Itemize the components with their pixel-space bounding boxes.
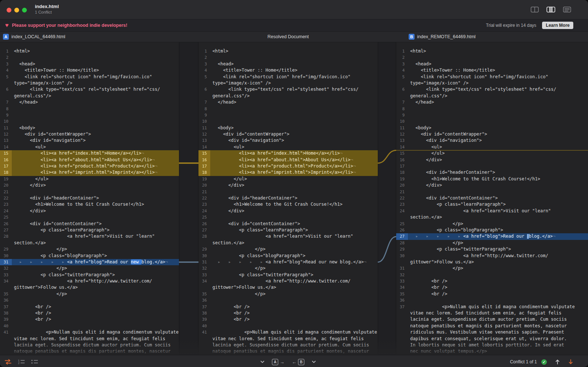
code-text bbox=[210, 189, 378, 195]
line-number: 17 bbox=[198, 163, 210, 169]
unified-view-button[interactable] bbox=[561, 5, 573, 14]
code-text: ridiculus mus. Vestibulum vitae venenati… bbox=[408, 329, 588, 335]
choose-b-button[interactable]: ← B bbox=[292, 359, 304, 365]
code-line: 21 bbox=[396, 189, 588, 195]
arrow-down-icon bbox=[568, 359, 573, 365]
minimize-button[interactable] bbox=[14, 8, 19, 12]
code-line: 11 <body> bbox=[0, 125, 179, 131]
code-line: 36 bbox=[198, 297, 378, 303]
code-text bbox=[408, 297, 588, 303]
line-number: 3 bbox=[0, 61, 12, 67]
code-text bbox=[210, 323, 378, 329]
code-line: section.</a> bbox=[396, 214, 588, 220]
resolve-options-left-button[interactable] bbox=[260, 360, 265, 363]
line-number: 16 bbox=[0, 157, 12, 163]
resolved-code-pane[interactable]: 1<html>23 <head>4 <title>Tower :: Home</… bbox=[198, 42, 378, 355]
code-line: 16 </div> bbox=[396, 157, 588, 163]
line-number: 4 bbox=[0, 67, 12, 73]
code-text: <head> bbox=[210, 61, 378, 67]
swap-direction-button[interactable] bbox=[4, 359, 12, 365]
next-conflict-button[interactable] bbox=[568, 359, 573, 365]
line-number bbox=[0, 80, 12, 86]
change-list-button[interactable] bbox=[31, 359, 38, 365]
line-number: 39 bbox=[198, 316, 210, 323]
code-text bbox=[210, 112, 378, 118]
code-text bbox=[408, 54, 588, 61]
code-line[interactable]: 18 <li><a href="imprint.html">Imprint</a… bbox=[0, 169, 179, 176]
two-pane-view-button[interactable] bbox=[528, 5, 541, 14]
three-pane-view-button[interactable] bbox=[545, 5, 557, 14]
code-line[interactable]: 18 <li><a href="imprint.html">Imprint</a… bbox=[198, 169, 378, 176]
code-line: 22 <div id="headerContainer"> bbox=[0, 195, 179, 201]
numbered-list-icon: 12 bbox=[18, 359, 25, 365]
line-numbers-button[interactable]: 12 bbox=[18, 359, 25, 365]
code-line: general.css"/> bbox=[396, 93, 588, 99]
code-text: vitae nec lorem. Sed tincidunt sem enim,… bbox=[210, 336, 378, 342]
code-text: <div id="contentContainer"> bbox=[408, 195, 588, 201]
code-text: <a href="learn">Visit our "learn" bbox=[12, 233, 179, 240]
code-text bbox=[12, 297, 179, 303]
code-line: 22 <div id="contentContainer"> bbox=[396, 195, 588, 201]
line-number: 40 bbox=[0, 323, 12, 329]
line-number: 24 bbox=[0, 208, 12, 214]
resolve-options-right-button[interactable] bbox=[312, 360, 316, 363]
chevron-down-icon bbox=[260, 360, 265, 363]
previous-conflict-button[interactable] bbox=[555, 359, 560, 365]
choose-a-button[interactable]: A → bbox=[272, 359, 284, 365]
code-line: 12 <div id="contentWrapper"> bbox=[0, 131, 179, 137]
line-number: 26 bbox=[0, 221, 12, 227]
code-text: <title>Tower :: Home</title> bbox=[408, 67, 588, 73]
line-number: 34 bbox=[198, 278, 210, 284]
code-line[interactable]: 16 <li><a href="about.html">About Us</a>… bbox=[0, 157, 179, 163]
line-number: 5 bbox=[0, 74, 12, 80]
line-number bbox=[198, 348, 210, 355]
code-line: 28 <a href="learn">Visit our "learn" bbox=[198, 233, 378, 240]
code-text: <h1>Welcome to the Git Crash Course!</h1… bbox=[210, 201, 378, 208]
learn-more-button[interactable]: Learn More bbox=[542, 22, 573, 29]
line-number: 2 bbox=[198, 54, 210, 61]
code-text: <li><a href="product.html">Product</a></… bbox=[210, 163, 378, 169]
code-text: </p> bbox=[210, 265, 378, 271]
local-code-pane[interactable]: 1<html>23 <head>4 <title>Tower :: Home</… bbox=[0, 42, 179, 355]
code-line: 19 </ul> bbox=[198, 176, 378, 182]
code-line: 26 <div id="contentContainer"> bbox=[198, 221, 378, 227]
line-number: 41 bbox=[0, 329, 12, 335]
window-controls bbox=[7, 8, 27, 12]
line-number: 9 bbox=[198, 112, 210, 118]
code-text: <p class="twitterParagraph"> bbox=[210, 272, 378, 278]
view-mode-toggles bbox=[528, 5, 573, 14]
line-number: 35 bbox=[198, 291, 210, 297]
code-line: 37 <p>Nullam quis elit id magna condimen… bbox=[396, 304, 588, 310]
code-line: 23 <p class="learnParagraph"> bbox=[396, 201, 588, 208]
app-window: index.html 1 Conflict ♥ Please support y… bbox=[0, 0, 588, 367]
code-line[interactable]: 31 ▸ ▸ ▸ ▸ ▸ <a href="blog">Read our new… bbox=[0, 259, 179, 265]
code-line: 39 <br /> bbox=[0, 316, 179, 323]
code-text: <li><a href="index.html">Home</a></li>¬ bbox=[12, 150, 179, 156]
code-text: <h1>Welcome to the Git Crash Course!</h1… bbox=[12, 201, 179, 208]
zoom-button[interactable] bbox=[22, 8, 27, 12]
code-line: gittower">Follow us.</a> bbox=[0, 284, 179, 291]
line-number: 19 bbox=[396, 176, 408, 182]
line-number: 26 bbox=[198, 221, 210, 227]
code-line[interactable]: 15 <li><a href="index.html">Home</a></li… bbox=[0, 150, 179, 156]
code-line[interactable]: 17 <li><a href="product.html">Product</a… bbox=[0, 163, 179, 169]
line-number: 20 bbox=[198, 182, 210, 188]
close-button[interactable] bbox=[7, 8, 11, 12]
code-line[interactable]: 27 ▸ ▸ ▸ ▸ ▸ <a href="blog">Read our blo… bbox=[396, 233, 588, 240]
code-line[interactable]: 15 <li><a href="index.html">Home</a></li… bbox=[198, 150, 378, 156]
line-number bbox=[396, 348, 408, 355]
line-number: 5 bbox=[396, 74, 408, 80]
line-number bbox=[396, 316, 408, 323]
code-line[interactable]: 17 <li><a href="product.html">Product</a… bbox=[198, 163, 378, 169]
title-block: index.html 1 Conflict bbox=[35, 4, 59, 14]
code-line[interactable]: 16 <li><a href="about.html">About Us</a>… bbox=[198, 157, 378, 163]
code-text: <div id="contentWrapper"> bbox=[12, 131, 179, 137]
line-number: 18 bbox=[198, 169, 210, 176]
line-number: 18 bbox=[396, 169, 408, 176]
code-line: 29 </p> bbox=[198, 246, 378, 252]
remote-code-pane[interactable]: 1<html>23 <head>4 <title>Tower :: Home</… bbox=[396, 42, 588, 355]
code-line: 35 </p> bbox=[198, 291, 378, 297]
code-text: type="image/x-icon" /> bbox=[408, 80, 588, 86]
code-line: natoque penatibus et magnis dis parturie… bbox=[396, 323, 588, 329]
code-text: <p class="twitterParagraph"> bbox=[12, 272, 179, 278]
